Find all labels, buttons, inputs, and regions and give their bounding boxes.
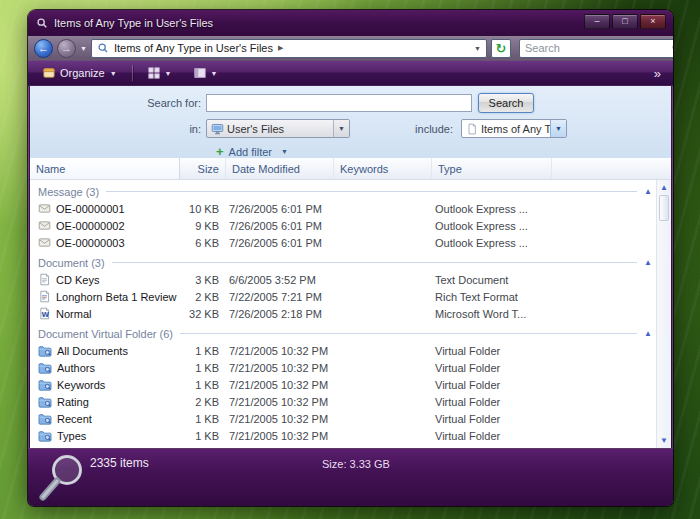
table-row[interactable]: CD Keys3 KB6/6/2005 3:52 PMText Document <box>30 271 656 288</box>
recent-pages-dropdown-icon[interactable]: ▼ <box>80 45 87 52</box>
file-name: All Documents <box>57 345 128 357</box>
column-header-date-modified[interactable]: Date Modified <box>226 158 334 179</box>
column-header-type[interactable]: Type <box>432 158 552 179</box>
search-button[interactable]: Search <box>478 93 534 113</box>
in-combo-dropdown-icon[interactable]: ▼ <box>333 120 349 137</box>
table-row[interactable]: OE-000000036 KB7/26/2005 6:01 PMOutlook … <box>30 234 656 251</box>
file-name: Keywords <box>57 379 105 391</box>
file-date-modified: 7/22/2005 7:21 PM <box>226 291 334 303</box>
layout-button[interactable]: ▼ <box>187 64 225 82</box>
file-type: Rich Text Format <box>432 291 552 303</box>
table-row[interactable]: Recent1 KB7/21/2005 10:32 PMVirtual Fold… <box>30 410 656 427</box>
list-body: Message (3)▲OE-0000000110 KB7/26/2005 6:… <box>30 180 671 448</box>
views-grid-icon <box>148 67 160 79</box>
file-name: Types <box>57 430 86 442</box>
add-filter-button[interactable]: + Add filter ▼ <box>30 144 671 159</box>
file-name-cell: Types <box>30 430 180 442</box>
group-divider-line <box>106 191 637 192</box>
collapse-group-icon[interactable]: ▲ <box>644 188 652 196</box>
back-button[interactable]: ← <box>34 39 53 58</box>
file-date-modified: 7/21/2005 10:32 PM <box>226 430 334 442</box>
column-header-size[interactable]: Size <box>180 158 226 179</box>
titlebar[interactable]: Items of Any Type in User's Files – □ × <box>28 10 673 36</box>
file-name-cell: All Documents <box>30 345 180 357</box>
search-icon[interactable] <box>671 42 673 54</box>
organize-label: Organize <box>60 67 105 79</box>
views-button[interactable]: ▼ <box>141 64 179 82</box>
file-date-modified: 7/26/2005 2:18 PM <box>226 308 334 320</box>
file-name: Authors <box>57 362 95 374</box>
include-combo-dropdown-icon[interactable]: ▼ <box>550 120 566 137</box>
file-type: Virtual Folder <box>432 362 552 374</box>
include-combo[interactable]: Items of Any Type ▼ <box>461 119 567 138</box>
scroll-up-icon[interactable]: ▲ <box>657 183 671 192</box>
toolbar-overflow-chevron[interactable]: » <box>650 66 665 81</box>
file-name: Longhorn Beta 1 Review <box>56 291 176 303</box>
vfolder-icon <box>38 396 52 408</box>
vertical-scrollbar[interactable]: ▲ ▼ <box>656 180 671 448</box>
layout-pane-icon <box>194 67 206 79</box>
file-date-modified: 7/26/2005 6:01 PM <box>226 220 334 232</box>
file-size: 2 KB <box>180 396 226 408</box>
forward-button[interactable]: → <box>57 39 76 58</box>
file-type: Virtual Folder <box>432 413 552 425</box>
group-label: Document Virtual Folder (6) <box>38 328 173 340</box>
in-combo-value: User's Files <box>227 123 333 135</box>
collapse-group-icon[interactable]: ▲ <box>644 259 652 267</box>
file-type: Outlook Express ... <box>432 220 552 232</box>
search-box[interactable] <box>519 39 673 58</box>
file-size: 1 KB <box>180 362 226 374</box>
text-icon <box>38 273 51 286</box>
breadcrumb-chevron-icon[interactable]: ▶ <box>278 44 283 52</box>
file-type: Virtual Folder <box>432 430 552 442</box>
table-row[interactable]: Keywords1 KB7/21/2005 10:32 PMVirtual Fo… <box>30 376 656 393</box>
file-size: 1 KB <box>180 413 226 425</box>
file-type: Outlook Express ... <box>432 203 552 215</box>
file-type: Text Document <box>432 274 552 286</box>
search-for-row: Search for: Search <box>30 93 671 113</box>
address-breadcrumb-bar[interactable]: Items of Any Type in User's Files ▶ ▼ <box>91 39 487 58</box>
scrollbar-thumb[interactable] <box>659 195 669 221</box>
scroll-down-icon[interactable]: ▼ <box>657 436 671 445</box>
include-combo-value: Items of Any Type <box>481 123 550 135</box>
breadcrumb[interactable]: Items of Any Type in User's Files <box>114 42 273 54</box>
table-row[interactable]: Rating2 KB7/21/2005 10:32 PMVirtual Fold… <box>30 393 656 410</box>
file-name-cell: WNormal <box>30 307 180 320</box>
collapse-group-icon[interactable]: ▲ <box>644 330 652 338</box>
column-header-name[interactable]: Name <box>30 158 180 179</box>
address-dropdown-icon[interactable]: ▼ <box>474 45 481 52</box>
views-dropdown-icon: ▼ <box>165 70 172 77</box>
file-date-modified: 6/6/2005 3:52 PM <box>226 274 334 286</box>
file-size: 9 KB <box>180 220 226 232</box>
in-combo[interactable]: User's Files ▼ <box>206 119 350 138</box>
file-name-cell: Longhorn Beta 1 Review <box>30 290 180 303</box>
file-name: OE-00000001 <box>56 203 125 215</box>
search-input[interactable] <box>525 42 667 54</box>
group-header: Document Virtual Folder (6)▲ <box>30 322 656 342</box>
table-row[interactable]: OE-000000029 KB7/26/2005 6:01 PMOutlook … <box>30 217 656 234</box>
close-button[interactable]: × <box>640 14 666 29</box>
maximize-button[interactable]: □ <box>612 14 638 29</box>
file-size: 3 KB <box>180 274 226 286</box>
refresh-button[interactable]: ↻ <box>491 39 511 58</box>
desktop: Items of Any Type in User's Files – □ × … <box>0 0 700 519</box>
add-filter-dropdown-icon[interactable]: ▼ <box>281 148 288 155</box>
status-bar: 2335 items Size: 3.33 GB <box>28 448 673 506</box>
organize-button[interactable]: Organize ▼ <box>36 64 124 82</box>
table-row[interactable]: OE-0000000110 KB7/26/2005 6:01 PMOutlook… <box>30 200 656 217</box>
file-name: OE-00000002 <box>56 220 125 232</box>
add-filter-label: Add filter <box>229 146 272 158</box>
table-row[interactable]: Longhorn Beta 1 Review2 KB7/22/2005 7:21… <box>30 288 656 305</box>
column-header-keywords[interactable]: Keywords <box>334 158 432 179</box>
file-size: 1 KB <box>180 430 226 442</box>
search-for-label: Search for: <box>30 97 206 109</box>
table-row[interactable]: Authors1 KB7/21/2005 10:32 PMVirtual Fol… <box>30 359 656 376</box>
search-for-input[interactable] <box>206 94 472 112</box>
document-icon <box>462 123 481 135</box>
table-row[interactable]: WNormal32 KB7/26/2005 2:18 PMMicrosoft W… <box>30 305 656 322</box>
table-row[interactable]: Types1 KB7/21/2005 10:32 PMVirtual Folde… <box>30 427 656 444</box>
file-date-modified: 7/21/2005 10:32 PM <box>226 345 334 357</box>
minimize-button[interactable]: – <box>584 14 610 29</box>
table-row[interactable]: All Documents1 KB7/21/2005 10:32 PMVirtu… <box>30 342 656 359</box>
file-name: Normal <box>56 308 91 320</box>
